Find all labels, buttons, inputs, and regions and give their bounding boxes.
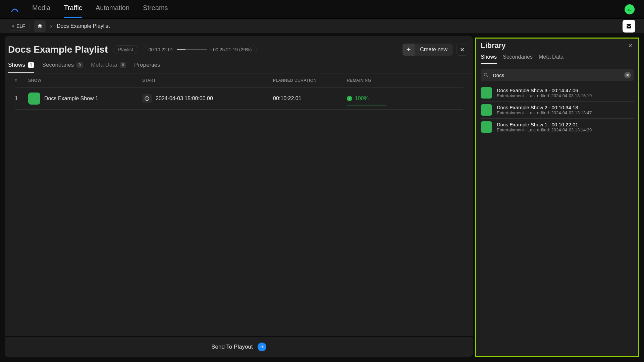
app-logo[interactable] [9,4,20,15]
close-icon [626,73,629,77]
tab-metadata[interactable]: Meta Data 0 [91,62,126,73]
library-item[interactable]: Docs Example Show 2 · 00:10:34.13 Entert… [481,102,634,119]
row-planned: 00:10:22.01 [273,96,347,102]
nav-streams[interactable]: Streams [143,4,168,14]
playlist-chip: Playlist [113,45,138,54]
close-button[interactable] [456,44,468,56]
show-swatch-icon [481,121,492,133]
arrow-right-circle-icon [258,343,266,351]
tab-secondaries[interactable]: Secondaries 0 [42,62,83,73]
show-swatch-icon [481,104,492,116]
library-item-sub: Entertainment · Last edited: 2024-04-03 … [497,127,592,132]
nav-traffic[interactable]: Traffic [64,4,82,14]
show-swatch-icon [28,93,40,105]
home-icon [37,23,43,29]
row-num: 1 [15,96,28,102]
channel-selector[interactable]: ▲▼ ELF [9,22,30,31]
close-icon [628,43,633,48]
svg-point-1 [484,73,487,76]
progress-elapsed: 00:10:22.01 [149,47,173,52]
col-remaining: REMAINING [347,78,414,83]
library-tab-metadata[interactable]: Meta Data [539,54,564,64]
breadcrumb-playlist[interactable]: Docs Example Playlist [57,23,110,29]
create-new-label: Create new [415,47,453,53]
library-tab-shows[interactable]: Shows [481,54,497,64]
progress-bar [177,49,207,50]
col-num: # [15,78,28,83]
tab-properties[interactable]: Properties [134,62,160,73]
create-new-button[interactable]: + Create new [402,44,453,56]
sort-icon: ▲▼ [12,24,14,28]
tab-shows-count: 1 [28,62,34,68]
tab-shows-label: Shows [8,62,25,68]
home-button[interactable] [34,20,46,32]
check-circle-icon: ✓ [347,96,352,101]
tab-secondaries-label: Secondaries [42,62,74,68]
tab-metadata-label: Meta Data [91,62,117,68]
library-title: Library [481,41,506,50]
clock-icon [142,94,152,103]
library-search[interactable] [481,69,634,81]
library-icon [626,23,632,29]
progress-remaining: - 00:25:21.19 (29%) [210,47,252,52]
show-swatch-icon [481,87,492,99]
library-item[interactable]: Docs Example Show 1 · 00:10:22.01 Entert… [481,119,634,135]
tab-metadata-count: 0 [120,62,126,68]
plus-icon: + [402,44,415,56]
channel-label: ELF [16,23,25,29]
progress-summary: 00:10:22.01 - 00:25:21.19 (29%) [144,45,257,54]
tab-properties-label: Properties [134,62,160,68]
col-show: SHOW [28,78,142,83]
row-start: 2024-04-03 15:00:00.00 [156,96,213,102]
user-avatar[interactable]: su [625,4,635,14]
library-toggle-button[interactable] [623,20,635,33]
col-planned: PLANNED DURATION [273,78,347,83]
tab-shows[interactable]: Shows 1 [8,62,34,73]
library-item-sub: Entertainment · Last edited: 2024-04-03 … [497,93,592,98]
library-item[interactable]: Docs Example Show 3 · 00:14:47.06 Entert… [481,84,634,102]
search-icon [483,72,489,78]
page-title: Docs Example Playlist [8,44,108,55]
col-start: START [142,78,273,83]
row-show-name: Docs Example Show 1 [44,96,98,102]
nav-automation[interactable]: Automation [96,4,129,14]
send-to-playout-label: Send To Playout [211,344,253,350]
library-tab-secondaries[interactable]: Secondaries [503,54,533,64]
remaining-bar [347,106,386,106]
library-search-input[interactable] [492,72,621,78]
send-to-playout-button[interactable]: Send To Playout [211,343,266,351]
close-icon [460,47,465,52]
chevron-right-icon: › [50,23,52,29]
row-remaining: 100% [355,96,369,102]
library-close-button[interactable] [626,42,634,50]
library-item-title: Docs Example Show 2 · 00:10:34.13 [497,105,592,110]
search-clear-button[interactable] [624,72,631,78]
nav-media[interactable]: Media [32,4,50,14]
table-row[interactable]: 1 Docs Example Show 1 2024-04-03 15:00:0… [15,88,463,110]
tab-secondaries-count: 0 [76,62,83,68]
library-item-title: Docs Example Show 1 · 00:10:22.01 [497,122,592,127]
library-item-title: Docs Example Show 3 · 00:14:47.06 [497,87,592,93]
library-item-sub: Entertainment · Last edited: 2024-04-03 … [497,110,592,115]
